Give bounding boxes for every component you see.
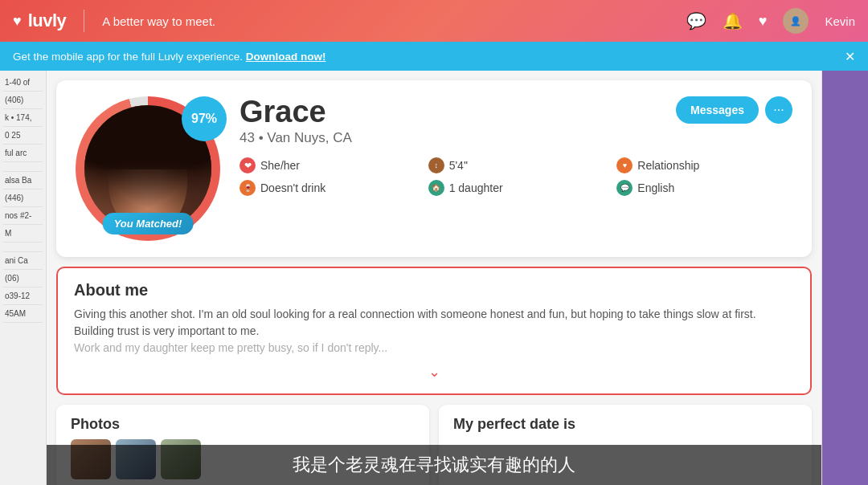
sidebar-item: alsa Ba <box>3 172 43 190</box>
right-sidebar <box>821 71 868 485</box>
avatar[interactable]: 👤 <box>783 8 809 34</box>
logo-area: ♥ luvly A better way to meet. <box>13 10 215 32</box>
banner-close-button[interactable]: ✕ <box>845 49 855 64</box>
logo-text: luvly <box>28 10 67 31</box>
about-text-main: Giving this another shot. I'm an old sou… <box>74 308 756 337</box>
attr-kids-label: 1 daughter <box>449 181 503 194</box>
match-percent-badge: 97% <box>182 96 227 141</box>
sidebar-item: o39-12 <box>3 287 43 305</box>
kids-icon: 🏠 <box>428 180 444 196</box>
attr-pronouns: ❤ She/her <box>240 157 416 173</box>
messages-button[interactable]: Messages <box>676 96 759 124</box>
subtitle-text: 我是个老灵魂在寻找诚实有趣的的人 <box>293 454 575 475</box>
subtitle-bar: 我是个老灵魂在寻找诚实有趣的的人 <box>47 445 821 485</box>
photo-area: 97% You Matched! <box>76 96 220 241</box>
sidebar-item: M <box>3 225 43 243</box>
attr-drink-label: Doesn't drink <box>260 181 326 194</box>
photos-title: Photos <box>71 416 415 433</box>
attr-language-label: English <box>637 181 674 194</box>
profile-panel: 97% You Matched! Grace 43 • Van Nuys, CA… <box>56 80 812 257</box>
expand-about-button[interactable]: ⌄ <box>74 363 794 381</box>
match-badge: You Matched! <box>103 213 194 234</box>
bell-icon[interactable]: 🔔 <box>723 11 743 31</box>
chat-icon[interactable]: 💬 <box>686 11 706 31</box>
left-sidebar: 1-40 of (406) k • 174, 0 25 ful arc alsa… <box>0 71 47 485</box>
height-icon: ↕ <box>428 157 444 173</box>
profile-sub: 43 • Van Nuys, CA <box>240 130 792 146</box>
attr-height: ↕ 5'4" <box>428 157 604 173</box>
attr-drink: 🍷 Doesn't drink <box>240 180 416 196</box>
logo-heart-icon: ♥ <box>13 13 22 30</box>
relationship-icon: ♥ <box>616 157 633 173</box>
main-layout: 1-40 of (406) k • 174, 0 25 ful arc alsa… <box>0 71 868 485</box>
attr-pronouns-label: She/her <box>260 159 300 172</box>
attr-language: 💬 English <box>616 180 792 196</box>
sidebar-item: (06) <box>3 270 43 287</box>
heart-icon[interactable]: ♥ <box>759 13 768 30</box>
attr-height-label: 5'4" <box>449 159 468 172</box>
drink-icon: 🍷 <box>240 180 256 196</box>
banner-text: Get the mobile app for the full Luvly ex… <box>13 51 243 63</box>
navbar-right: 💬 🔔 ♥ 👤 Kevin <box>686 8 855 34</box>
center-content: 97% You Matched! Grace 43 • Van Nuys, CA… <box>47 71 821 485</box>
sidebar-item: 45AM <box>3 305 43 323</box>
sidebar-item: 1-40 of <box>3 74 43 92</box>
sidebar-item: (406) <box>3 92 43 109</box>
sidebar-item: (446) <box>3 190 43 207</box>
profile-top: 97% You Matched! Grace 43 • Van Nuys, CA… <box>76 96 792 241</box>
sidebar-item <box>3 243 43 252</box>
about-text: Giving this another shot. I'm an old sou… <box>74 306 794 357</box>
language-icon: 💬 <box>616 180 633 196</box>
logo-divider <box>84 10 84 32</box>
profile-actions: Messages ··· <box>676 96 792 124</box>
app-banner: Get the mobile app for the full Luvly ex… <box>0 42 868 71</box>
profile-info: Grace 43 • Van Nuys, CA Messages ··· ❤ S… <box>240 96 792 196</box>
sidebar-item <box>3 162 43 172</box>
sidebar-item: nos #2- <box>3 207 43 225</box>
attr-relationship: ♥ Relationship <box>616 157 792 173</box>
perfect-date-title: My perfect date is <box>453 416 797 433</box>
profile-attrs: ❤ She/her ↕ 5'4" ♥ Relationship 🍷 <box>240 157 792 196</box>
about-text-fade: Work and my daughter keep me pretty busy… <box>74 341 387 354</box>
logo-tagline: A better way to meet. <box>102 14 215 28</box>
banner-download-link[interactable]: Download now! <box>246 51 326 63</box>
pronouns-icon: ❤ <box>240 157 256 173</box>
nav-username: Kevin <box>825 14 855 28</box>
attr-kids: 🏠 1 daughter <box>428 180 604 196</box>
right-bar-purple <box>822 71 868 485</box>
sidebar-item: ful arc <box>3 145 43 162</box>
attr-relationship-label: Relationship <box>637 159 699 172</box>
more-button[interactable]: ··· <box>765 96 792 124</box>
about-section: About me Giving this another shot. I'm a… <box>56 267 812 395</box>
navbar: ♥ luvly A better way to meet. 💬 🔔 ♥ 👤 Ke… <box>0 0 868 42</box>
sidebar-item: k • 174, <box>3 109 43 127</box>
about-title: About me <box>74 281 794 300</box>
sidebar-item: ani Ca <box>3 252 43 270</box>
sidebar-item: 0 25 <box>3 127 43 145</box>
